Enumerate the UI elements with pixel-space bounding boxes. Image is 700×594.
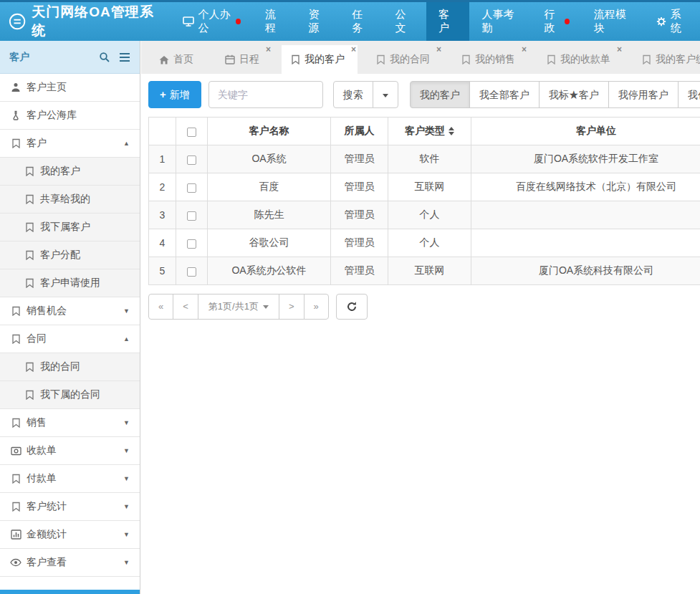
tab-schedule[interactable]: 日程 × xyxy=(216,45,272,74)
bookmark-icon xyxy=(10,502,21,512)
sidebar-item-customer-assignment[interactable]: 客户分配 xyxy=(0,241,140,269)
row-checkbox[interactable] xyxy=(187,183,196,193)
table-row[interactable]: 4 谷歌公司 管理员 个人 xyxy=(149,229,700,257)
sidebar-item-customer-stats[interactable]: 客户统计 ▼ xyxy=(0,493,140,521)
row-select-cell xyxy=(176,229,208,257)
table-row[interactable]: 3 陈先生 管理员 个人 xyxy=(149,201,700,229)
sidebar-item-subordinate-customers[interactable]: 我下属客户 xyxy=(0,214,140,241)
main-area: 首页 日程 × 我的客户 × 我的合同 × 我的销售 xyxy=(141,41,700,594)
table-row[interactable]: 5 OA系统办公软件 管理员 互联网 厦门OA系统科技有限公司 xyxy=(149,257,700,285)
nav-item-customers[interactable]: 客户 xyxy=(426,2,470,41)
close-icon[interactable]: × xyxy=(522,45,527,54)
menu-icon[interactable] xyxy=(119,52,130,62)
nav-item-resources[interactable]: 资源 xyxy=(296,2,340,41)
sidebar-item-customer-apply-use[interactable]: 客户申请使用 xyxy=(0,269,140,297)
tab-my-receipts[interactable]: 我的收款单 × xyxy=(537,45,623,74)
sidebar-item-label: 我下属客户 xyxy=(40,221,90,234)
sidebar-item-shared-with-me[interactable]: 共享给我的 xyxy=(0,186,140,214)
filter-disabled-customers[interactable]: 我停用客户 xyxy=(608,81,679,108)
search-dropdown-button[interactable] xyxy=(373,81,398,108)
sidebar-item-customer-home[interactable]: 客户主页 xyxy=(0,74,140,102)
row-number: 4 xyxy=(149,229,176,257)
sidebar-item-customer-view[interactable]: 客户查看 ▼ xyxy=(0,549,140,577)
search-icon[interactable] xyxy=(99,52,110,63)
search-button-label: 搜索 xyxy=(343,89,363,100)
table-row[interactable]: 1 OA系统 管理员 软件 厦门OA系统软件开发工作室 xyxy=(149,145,700,173)
refresh-button[interactable] xyxy=(336,294,368,320)
tab-content: +新增 搜索 我的客户 我全部客户 我标★客户 xyxy=(141,74,700,320)
app-brand[interactable]: 天门网络OA管理系统 xyxy=(0,2,171,41)
filter-starred-customers[interactable]: 我标★客户 xyxy=(539,81,609,108)
column-header-owner: 所属人 xyxy=(331,118,388,145)
customer-owner: 管理员 xyxy=(331,257,388,285)
sidebar-bottom-panel-edge xyxy=(0,590,140,594)
filter-my-customers[interactable]: 我的客户 xyxy=(410,81,470,108)
sidebar-item-contract-group[interactable]: 合同 ▲ xyxy=(0,325,140,353)
customer-owner: 管理员 xyxy=(331,173,388,201)
sidebar-item-amount-stats[interactable]: 金额统计 ▼ xyxy=(0,521,140,549)
sort-icon xyxy=(449,127,454,135)
sidebar-item-customer-public-pool[interactable]: 客户公海库 xyxy=(0,102,140,130)
row-checkbox[interactable] xyxy=(187,267,196,277)
nav-item-workflow[interactable]: 流程 xyxy=(253,2,297,41)
row-checkbox[interactable] xyxy=(187,155,196,165)
sidebar-item-subordinate-contracts[interactable]: 我下属的合同 xyxy=(0,381,140,409)
nav-item-personal-office[interactable]: 个人办公 xyxy=(171,2,253,41)
chevron-down-icon: ▼ xyxy=(123,531,130,538)
tab-label: 我的客户 xyxy=(305,53,345,66)
nav-item-administration[interactable]: 行政 xyxy=(532,2,581,41)
close-icon[interactable]: × xyxy=(436,45,441,54)
tab-my-customer-stats[interactable]: 我的客户统计 × xyxy=(633,45,700,74)
sidebar-item-sales-opportunity[interactable]: 销售机会 ▼ xyxy=(0,297,140,325)
customer-name: 谷歌公司 xyxy=(208,229,331,257)
prev-page-button[interactable]: < xyxy=(173,294,198,320)
sidebar-item-my-customers[interactable]: 我的客户 xyxy=(0,158,140,186)
bookmark-icon xyxy=(10,306,21,316)
tab-my-contracts[interactable]: 我的合同 × xyxy=(367,45,443,74)
nav-item-workflow-module[interactable]: 流程模块 xyxy=(582,2,644,41)
sidebar-item-sales[interactable]: 销售 ▼ xyxy=(0,409,140,437)
customer-type: 个人 xyxy=(388,229,471,257)
sidebar-item-customers-group[interactable]: 客户 ▲ xyxy=(0,130,140,158)
table-row[interactable]: 2 百度 管理员 互联网 百度在线网络技术（北京）有限公司 xyxy=(149,173,700,201)
sidebar-item-receipts[interactable]: 收款单 ▼ xyxy=(0,437,140,465)
tab-home[interactable]: 首页 xyxy=(150,45,206,74)
tab-bar: 首页 日程 × 我的客户 × 我的合同 × 我的销售 xyxy=(141,41,700,74)
chevron-down-icon: ▼ xyxy=(123,503,130,510)
close-icon[interactable]: × xyxy=(617,45,622,54)
last-page-button[interactable]: » xyxy=(304,294,329,320)
filter-created-by-me[interactable]: 我创建 xyxy=(678,81,700,108)
column-header-type[interactable]: 客户类型 xyxy=(388,118,471,145)
sidebar-item-label: 我的合同 xyxy=(40,360,80,373)
top-header: 天门网络OA管理系统 个人办公 流程 资源 任务 公文 客户 人事考勤 行政 xyxy=(0,0,700,41)
add-button[interactable]: +新增 xyxy=(148,81,201,108)
next-page-button[interactable]: > xyxy=(279,294,305,320)
customer-company: 百度在线网络技术（北京）有限公司 xyxy=(471,173,700,201)
sidebar-item-my-contracts[interactable]: 我的合同 xyxy=(0,353,140,381)
nav-item-hr-attendance[interactable]: 人事考勤 xyxy=(469,2,532,41)
row-checkbox[interactable] xyxy=(187,211,196,221)
filter-all-my-customers[interactable]: 我全部客户 xyxy=(469,81,540,108)
row-checkbox[interactable] xyxy=(187,239,196,249)
sidebar-item-label: 收款单 xyxy=(27,444,57,457)
nav-item-system[interactable]: 系统 xyxy=(644,2,700,41)
chevron-down-icon: ▼ xyxy=(123,559,130,566)
nav-item-documents[interactable]: 公文 xyxy=(383,2,426,41)
sidebar-item-label: 客户统计 xyxy=(27,500,67,513)
keyword-input[interactable] xyxy=(208,81,323,108)
close-icon[interactable]: × xyxy=(351,45,356,54)
column-header-name: 客户名称 xyxy=(208,118,331,145)
sidebar-item-payments[interactable]: 付款单 ▼ xyxy=(0,465,140,493)
row-number: 3 xyxy=(149,201,176,229)
close-icon[interactable]: × xyxy=(266,45,271,54)
customer-type: 互联网 xyxy=(388,173,471,201)
search-button[interactable]: 搜索 xyxy=(333,81,373,108)
row-number: 2 xyxy=(149,173,176,201)
select-all-checkbox[interactable] xyxy=(187,128,196,137)
tab-my-customers[interactable]: 我的客户 × xyxy=(282,45,358,74)
customer-name: 陈先生 xyxy=(208,201,331,229)
tab-my-sales[interactable]: 我的销售 × xyxy=(452,45,528,74)
first-page-button[interactable]: « xyxy=(148,294,173,320)
nav-item-tasks[interactable]: 任务 xyxy=(340,2,383,41)
page-indicator-dropdown[interactable]: 第1页/共1页 xyxy=(198,294,279,320)
